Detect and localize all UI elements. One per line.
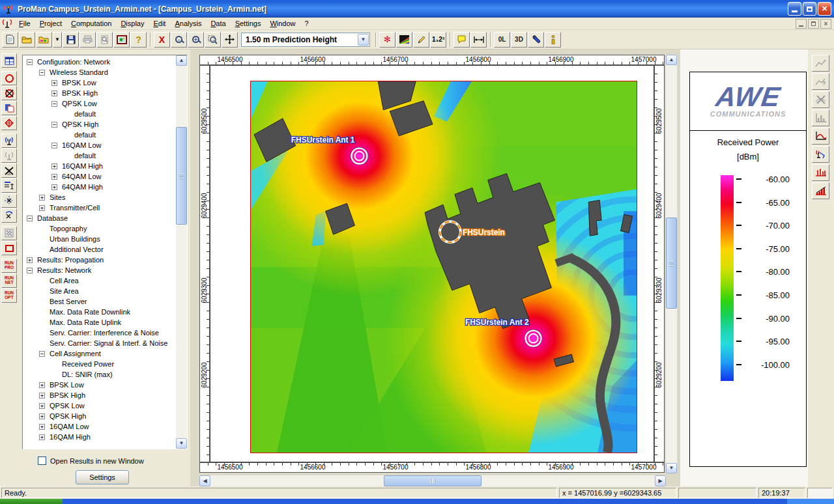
bar-chart-icon[interactable] [812, 164, 829, 181]
measure-distance-icon[interactable] [470, 32, 487, 48]
expand-icon[interactable]: + [39, 195, 45, 201]
cumulative-bars-icon[interactable] [812, 182, 829, 199]
legend-flower-icon[interactable]: ✻ [379, 32, 395, 48]
circle-icon[interactable] [1, 71, 17, 85]
map-hscroll-thumb[interactable] [384, 475, 482, 486]
info-icon[interactable] [545, 32, 561, 48]
tree-item[interactable]: −QPSK High [23, 119, 176, 130]
color-gradient-icon[interactable] [396, 32, 412, 48]
close-button[interactable]: ✕ [818, 2, 831, 16]
expand-icon[interactable]: + [39, 413, 45, 419]
tree-item[interactable]: DL: SNIR (max) [23, 369, 176, 380]
map-vscrollbar[interactable]: ▲ ▼ [666, 55, 677, 473]
expand-icon[interactable]: + [39, 205, 45, 211]
antenna-icon[interactable] [1, 133, 17, 148]
tree-item[interactable]: Max. Data Rate Uplink [23, 317, 176, 328]
menu-window[interactable]: Window [265, 18, 300, 29]
settings-button[interactable]: Settings [76, 470, 129, 484]
scroll-up-icon[interactable]: ▲ [666, 55, 677, 65]
menu-edit[interactable]: Edit [149, 18, 170, 29]
menu-project[interactable]: Project [35, 18, 66, 29]
tree-scrollbar[interactable]: ▲ ▼ [176, 55, 187, 449]
antenna-list-icon[interactable] [1, 178, 17, 193]
scroll-right-icon[interactable]: ▶ [655, 475, 666, 486]
tree-item[interactable]: Urban Buildings [23, 234, 176, 244]
scroll-down-icon[interactable]: ▼ [176, 438, 187, 449]
zoom-window-icon[interactable] [205, 32, 221, 48]
scroll-left-icon[interactable]: ◀ [199, 475, 210, 486]
collapse-icon[interactable]: − [39, 70, 45, 76]
open-dropdown-icon[interactable]: ▼ [53, 32, 62, 48]
open-results-checkbox[interactable] [38, 456, 46, 465]
tree-item[interactable]: +Sites [23, 192, 176, 203]
expand-icon[interactable]: + [51, 184, 57, 190]
tree-item[interactable]: −16QAM Low [23, 140, 176, 150]
wrench-icon[interactable] [528, 32, 544, 48]
menu-data[interactable]: Data [206, 18, 230, 29]
print-preview-icon[interactable] [96, 32, 113, 48]
menu-analysis[interactable]: Analysis [170, 18, 206, 29]
menu-display[interactable]: Display [116, 18, 149, 29]
zoom-out-icon[interactable]: - [171, 32, 187, 48]
antenna-disabled-icon[interactable] [1, 148, 17, 163]
copy-document-icon[interactable] [1, 101, 17, 115]
expand-icon[interactable]: + [51, 91, 57, 96]
tree-item[interactable]: −Configuration: Network [23, 57, 176, 67]
line-chart-query-icon[interactable]: ? [812, 73, 829, 90]
mdi-minimize-button[interactable] [796, 19, 807, 29]
no-curve-icon[interactable] [812, 91, 829, 108]
restore-button[interactable] [803, 2, 816, 16]
expand-icon[interactable]: + [39, 434, 45, 440]
tree-item[interactable]: Best Server [23, 296, 176, 307]
tree-item[interactable]: +Transmitter/Cell [23, 203, 176, 213]
scroll-down-icon[interactable]: ▼ [666, 463, 677, 473]
expand-icon[interactable]: + [39, 393, 45, 399]
save-icon[interactable] [63, 32, 79, 48]
threshold-chart-icon[interactable] [812, 128, 829, 145]
run-net-button[interactable]: RUN NET [1, 273, 17, 288]
three-d-icon[interactable]: 3D [511, 32, 527, 48]
tree-item[interactable]: Serv. Carrier: Signal & Interf. & Noise [23, 338, 176, 348]
move-points-icon[interactable] [1, 193, 17, 208]
menu-computation[interactable]: Computation [66, 18, 116, 29]
tree-item[interactable]: +64QAM Low [23, 171, 176, 182]
menu-settings[interactable]: Settings [231, 18, 266, 29]
collapse-icon[interactable]: − [51, 143, 57, 148]
expand-icon[interactable]: + [39, 382, 45, 388]
histogram-icon[interactable] [812, 109, 829, 126]
bitmap-icon[interactable] [1, 226, 17, 240]
run-opt-button[interactable]: RUN OPT [1, 288, 17, 303]
zoom-in-icon[interactable]: + [188, 32, 204, 48]
line-chart-icon[interactable] [812, 55, 829, 72]
tree-item[interactable]: +16QAM High [23, 161, 176, 171]
map-image-icon[interactable] [113, 32, 130, 48]
map-hscrollbar[interactable]: ◀ ▶ [199, 475, 666, 486]
minimize-button[interactable] [788, 2, 801, 16]
pan-icon[interactable] [222, 32, 238, 48]
tree-item[interactable]: Received Power [23, 359, 176, 369]
rectangle-icon[interactable] [1, 241, 17, 255]
antenna-plot-icon[interactable] [812, 146, 829, 163]
menu-file[interactable]: File [14, 18, 35, 29]
collapse-icon[interactable]: − [27, 268, 33, 273]
comment-icon[interactable] [453, 32, 470, 48]
tree-item[interactable]: −Results: Network [23, 265, 176, 275]
tree-item[interactable]: −Wireless Standard [23, 67, 176, 77]
expand-icon[interactable]: + [39, 403, 45, 409]
collapse-icon[interactable]: − [51, 122, 57, 128]
tree-scroll-thumb[interactable] [176, 127, 187, 225]
tree-item[interactable]: +BPSK High [23, 88, 176, 98]
delete-x-icon[interactable]: X [154, 32, 170, 48]
collapse-icon[interactable]: − [27, 216, 33, 221]
tree-item[interactable]: default [23, 150, 176, 161]
open-folder-icon[interactable] [19, 32, 35, 48]
tree-item[interactable]: −Cell Assignment [23, 348, 176, 359]
expand-icon[interactable]: + [51, 163, 57, 169]
scroll-up-icon[interactable]: ▲ [176, 55, 187, 66]
tree-item[interactable]: +QPSK High [23, 411, 176, 421]
tree-item[interactable]: Serv. Carrier: Interference & Noise [23, 328, 176, 338]
tree-item[interactable]: +BPSK Low [23, 380, 176, 390]
menu-?[interactable]: ? [300, 18, 313, 29]
mdi-restore-button[interactable] [808, 19, 819, 29]
print-icon[interactable] [79, 32, 96, 48]
